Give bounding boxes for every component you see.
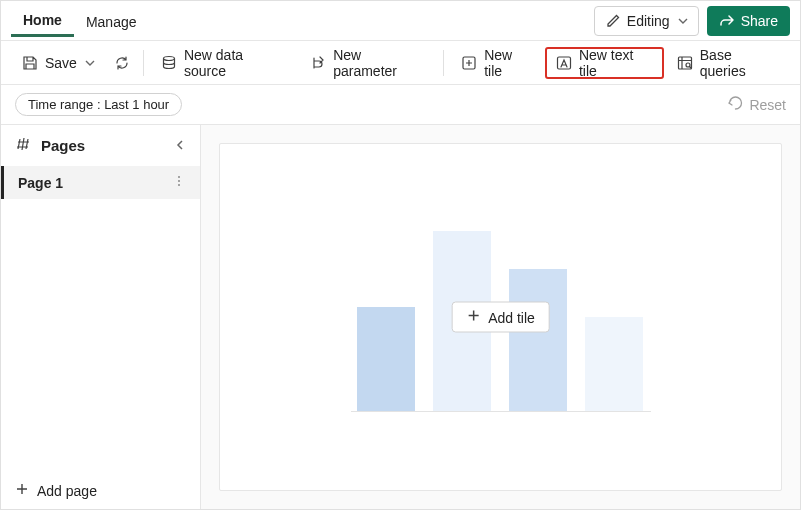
toolbar-separator xyxy=(443,50,444,76)
chart-bar xyxy=(509,269,567,411)
time-range-value: Last 1 hour xyxy=(104,97,169,112)
page-item-label: Page 1 xyxy=(18,175,63,191)
tab-bar: Home Manage Editing Share xyxy=(1,1,800,41)
editing-mode-label: Editing xyxy=(627,13,670,29)
new-parameter-label: New parameter xyxy=(333,47,427,79)
time-range-label: Time range : xyxy=(28,97,101,112)
new-tile-label: New tile xyxy=(484,47,533,79)
tab-manage[interactable]: Manage xyxy=(74,6,149,36)
time-range-pill[interactable]: Time range : Last 1 hour xyxy=(15,93,182,116)
tile-icon xyxy=(460,54,478,72)
new-text-tile-button[interactable]: New text tile xyxy=(545,47,664,79)
empty-tile-area: Add tile xyxy=(219,143,782,491)
save-button[interactable]: Save xyxy=(11,47,105,79)
sidebar: Pages Page 1 Add page xyxy=(1,125,201,509)
base-queries-label: Base queries xyxy=(700,47,780,79)
add-tile-button[interactable]: Add tile xyxy=(451,302,550,333)
new-parameter-button[interactable]: New parameter xyxy=(299,47,437,79)
pages-icon xyxy=(15,135,33,156)
refresh-icon xyxy=(113,54,131,72)
new-tile-button[interactable]: New tile xyxy=(450,47,543,79)
save-icon xyxy=(21,54,39,72)
reset-button[interactable]: Reset xyxy=(727,95,786,114)
chevron-down-icon xyxy=(678,16,688,26)
share-label: Share xyxy=(741,13,778,29)
new-text-tile-label: New text tile xyxy=(579,47,654,79)
database-icon xyxy=(160,54,178,72)
undo-icon xyxy=(727,95,743,114)
chart-bar xyxy=(585,317,643,412)
svg-point-5 xyxy=(178,176,180,178)
new-data-source-button[interactable]: New data source xyxy=(150,47,297,79)
svg-point-6 xyxy=(178,180,180,182)
main-body: Pages Page 1 Add page Add xyxy=(1,125,800,509)
plus-icon xyxy=(466,309,480,326)
sidebar-title: Pages xyxy=(41,137,85,154)
parameter-icon xyxy=(309,54,327,72)
base-queries-button[interactable]: Base queries xyxy=(666,47,790,79)
share-button[interactable]: Share xyxy=(707,6,790,36)
save-label: Save xyxy=(45,55,77,71)
pencil-icon xyxy=(605,13,621,29)
svg-point-0 xyxy=(163,56,174,60)
share-icon xyxy=(719,13,735,29)
more-icon[interactable] xyxy=(172,174,186,191)
text-tile-icon xyxy=(555,54,573,72)
editing-mode-button[interactable]: Editing xyxy=(594,6,699,36)
new-data-source-label: New data source xyxy=(184,47,287,79)
chart-bar xyxy=(357,307,415,411)
add-page-button[interactable]: Add page xyxy=(1,472,200,509)
add-tile-label: Add tile xyxy=(488,309,535,325)
toolbar-separator xyxy=(143,50,144,76)
svg-point-7 xyxy=(178,184,180,186)
base-queries-icon xyxy=(676,54,694,72)
refresh-button[interactable] xyxy=(107,47,137,79)
sidebar-header: Pages xyxy=(1,125,200,166)
plus-icon xyxy=(15,482,29,499)
toolbar: Save New data source New parameter New t… xyxy=(1,41,800,85)
tab-home[interactable]: Home xyxy=(11,4,74,37)
sidebar-page-item[interactable]: Page 1 xyxy=(1,166,200,199)
collapse-sidebar-button[interactable] xyxy=(174,137,186,154)
reset-label: Reset xyxy=(749,97,786,113)
svg-point-4 xyxy=(686,63,690,67)
filter-bar: Time range : Last 1 hour Reset xyxy=(1,85,800,125)
chevron-down-icon xyxy=(85,58,95,68)
add-page-label: Add page xyxy=(37,483,97,499)
canvas: Add tile xyxy=(201,125,800,509)
